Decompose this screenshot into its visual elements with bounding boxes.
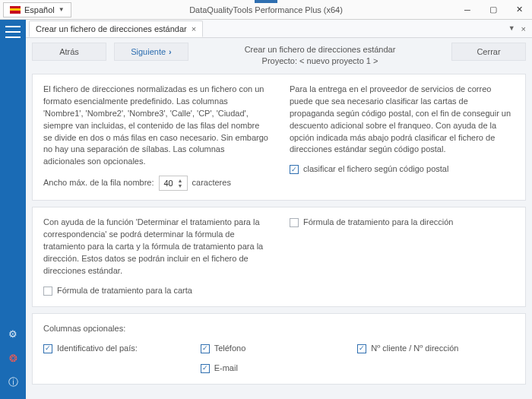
checkbox-sort-zip-label: clasificar el fichero según código posta… bbox=[303, 163, 448, 176]
update-indicator bbox=[255, 0, 277, 3]
back-button[interactable]: Atrás bbox=[32, 43, 106, 61]
chevron-down-icon: ▼ bbox=[59, 6, 65, 13]
checkbox-formula-letter-label: Fórmula de tratamiento para la carta bbox=[57, 285, 192, 297]
tab-bar: Crear un fichero de direcciones estándar… bbox=[26, 20, 532, 38]
minimize-button[interactable]: ─ bbox=[454, 0, 480, 20]
width-label: Ancho máx. de la fila nombre: bbox=[43, 177, 154, 189]
language-label: Español bbox=[24, 5, 55, 14]
checkbox-email[interactable]: ✓ E-mail bbox=[201, 363, 358, 375]
panel-treatment: Con ayuda de la función 'Determinar el t… bbox=[32, 207, 526, 307]
sidebar: ⚙ ❂ ⓘ bbox=[0, 20, 26, 399]
close-button[interactable]: Cerrar bbox=[451, 43, 526, 61]
checkbox-client[interactable]: ✓ Nº cliente / Nº dirección bbox=[357, 343, 515, 355]
help-icon[interactable]: ❂ bbox=[5, 350, 21, 366]
optional-columns-title: Columnas opcionales: bbox=[43, 323, 515, 335]
window-title: DataQualityTools Performance Plus (x64) bbox=[0, 5, 532, 14]
tab-close-icon[interactable]: × bbox=[192, 24, 196, 33]
tab-close-all-icon[interactable]: × bbox=[521, 24, 526, 33]
spin-down-icon[interactable]: ▼ bbox=[178, 183, 183, 188]
tab-active[interactable]: Crear un fichero de direcciones estándar… bbox=[29, 21, 203, 37]
close-window-button[interactable]: ✕ bbox=[506, 0, 532, 20]
width-stepper[interactable]: ▲▼ bbox=[159, 176, 188, 191]
panel-description: El fichero de direcciones normalizadas e… bbox=[32, 74, 526, 201]
description-right: Para la entrega en el proveedor de servi… bbox=[290, 84, 515, 157]
menu-toggle-icon[interactable] bbox=[5, 26, 21, 38]
close-label: Cerrar bbox=[477, 47, 500, 56]
project-label: Proyecto: < nuevo proyecto 1 > bbox=[196, 55, 444, 67]
treatment-text: Con ayuda de la función 'Determinar el t… bbox=[43, 217, 268, 277]
checkbox-formula-address[interactable]: ✓ Fórmula de tratamiento para la direcci… bbox=[290, 217, 515, 229]
back-label: Atrás bbox=[59, 47, 79, 56]
chevron-right-icon: › bbox=[169, 47, 172, 56]
checkbox-client-label: Nº cliente / Nº dirección bbox=[371, 343, 458, 355]
checkbox-sort-zip[interactable]: ✓ clasificar el fichero según código pos… bbox=[290, 163, 448, 176]
checkbox-formula-address-label: Fórmula de tratamiento para la dirección bbox=[303, 217, 453, 229]
checkbox-formula-letter[interactable]: ✓ Fórmula de tratamiento para la carta bbox=[43, 285, 268, 297]
width-input[interactable] bbox=[160, 179, 178, 188]
tab-label: Crear un fichero de direcciones estándar bbox=[36, 24, 187, 33]
settings-icon[interactable]: ⚙ bbox=[5, 326, 21, 341]
next-label: Siguiente bbox=[131, 47, 166, 56]
checkbox-phone-label: Teléfono bbox=[214, 343, 246, 355]
info-icon[interactable]: ⓘ bbox=[5, 375, 21, 390]
language-selector[interactable]: Español ▼ bbox=[3, 2, 71, 17]
flag-spain-icon bbox=[10, 6, 21, 14]
tab-overflow-icon[interactable]: ▼ bbox=[508, 24, 515, 33]
checkbox-country[interactable]: ✓ Identificativo del país: bbox=[43, 343, 201, 355]
maximize-button[interactable]: ▢ bbox=[480, 0, 506, 20]
spin-up-icon[interactable]: ▲ bbox=[178, 178, 183, 183]
description-left: El fichero de direcciones normalizadas e… bbox=[43, 84, 268, 169]
titlebar: Español ▼ DataQualityTools Performance P… bbox=[0, 0, 532, 20]
checkbox-email-label: E-mail bbox=[214, 363, 238, 375]
width-unit: caracteres bbox=[192, 177, 231, 189]
checkbox-country-label: Identificativo del país: bbox=[57, 343, 138, 355]
page-title: Crear un fichero de direcciones estándar bbox=[196, 44, 444, 55]
panel-optional-columns: Columnas opcionales: ✓ Identificativo de… bbox=[32, 313, 526, 385]
next-button[interactable]: Siguiente › bbox=[114, 43, 188, 61]
checkbox-phone[interactable]: ✓ Teléfono bbox=[201, 343, 358, 355]
